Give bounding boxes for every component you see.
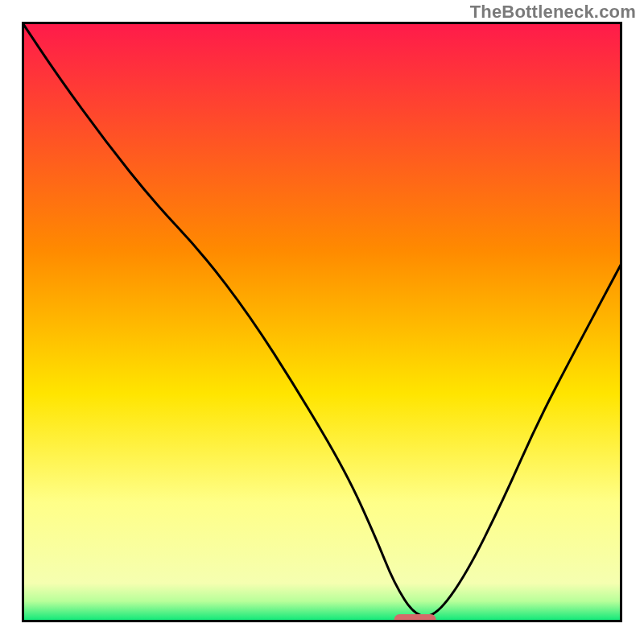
- chart-canvas: TheBottleneck.com: [0, 0, 644, 644]
- chart-frame: [22, 22, 622, 622]
- watermark-text: TheBottleneck.com: [470, 2, 636, 23]
- chart-svg: [22, 22, 622, 622]
- chart-background: [22, 22, 622, 622]
